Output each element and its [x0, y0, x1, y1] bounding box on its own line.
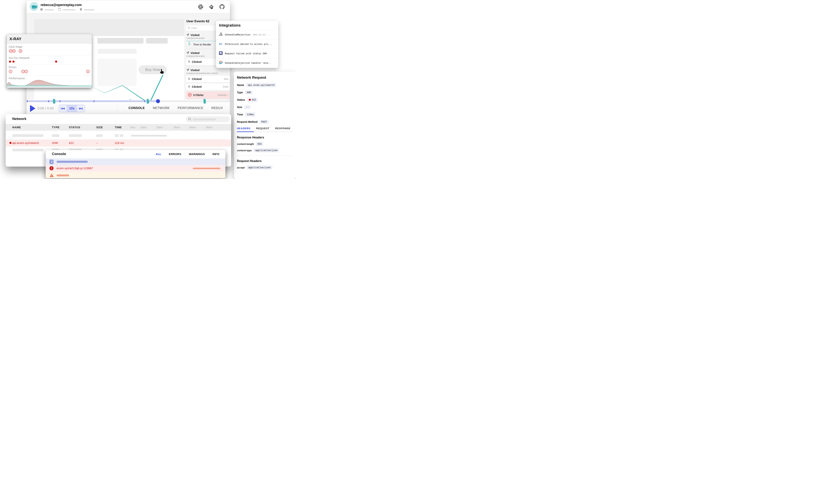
timeline-event-tick[interactable]	[48, 100, 49, 102]
request-field-size: Size--	[237, 105, 293, 110]
request-headers-list: acceptapplication/json	[237, 166, 293, 170]
github-icon[interactable]	[219, 4, 225, 10]
console-info-row[interactable]: i	[46, 158, 225, 165]
integration-message: UnhandledRejection:	[225, 34, 251, 36]
jira-icon[interactable]	[208, 4, 214, 10]
error-marker-icon[interactable]	[24, 70, 28, 74]
integration-row[interactable]: Permission denied to access pro...	[216, 39, 278, 49]
timeline-page-marker[interactable]	[53, 99, 55, 104]
column-header-status[interactable]: STATUS	[69, 126, 80, 129]
rollbar-icon	[219, 42, 223, 47]
error-marker-icon[interactable]	[86, 70, 90, 74]
time-tick-label: 50ms	[206, 126, 213, 129]
tab-redux[interactable]: REDUX	[211, 106, 223, 110]
header-row-accept: acceptapplication/json	[237, 166, 293, 170]
tab-response[interactable]: RESPONSE	[275, 127, 290, 132]
play-button[interactable]	[30, 105, 35, 113]
headers-divider	[237, 155, 293, 156]
network-panel-title: Network	[12, 117, 26, 121]
session-header: rebecca@openreplay.com	[27, 0, 230, 14]
cell-status: 422	[69, 141, 74, 145]
time-tick-label: 30ms	[174, 126, 180, 129]
field-label: Request Method	[237, 120, 258, 123]
skip-amount-label[interactable]: 10s	[67, 105, 77, 112]
paper-plane-icon	[186, 68, 189, 72]
event-visited[interactable]: Visited	[186, 68, 230, 72]
column-header-size[interactable]: SIZE	[96, 126, 103, 129]
integration-row[interactable]: Unhandledrejection handler rece..	[216, 58, 278, 67]
timeline-event-tick[interactable]	[27, 100, 27, 102]
cell-skeleton-bar	[69, 134, 82, 137]
network-row-error[interactable]: api.ecom.xyz/searchXHR422--119 ms	[6, 139, 231, 147]
tab-info[interactable]: INFO	[213, 152, 219, 156]
xray-panel: X-RAY Click Rage 4xx-5xx Network Errors …	[7, 34, 92, 88]
tab-warnings[interactable]: WARNINGS	[189, 152, 205, 156]
skip-forward-button[interactable]	[77, 105, 85, 112]
event-label: Clicked	[192, 60, 202, 63]
cell-skeleton-bar	[119, 134, 124, 137]
column-header-time[interactable]: TIME	[115, 126, 122, 129]
duration-placeholder	[45, 9, 54, 10]
integrations-title: Integrations	[216, 21, 278, 30]
timeline-page-marker[interactable]	[147, 99, 149, 104]
event-clicked[interactable]: ClickedSize	[186, 76, 230, 82]
tab-performance[interactable]: PERFORMANCE	[178, 106, 203, 110]
tab-all[interactable]: ALL	[156, 152, 161, 156]
datadog-icon	[219, 51, 223, 56]
field-label: Type	[237, 91, 243, 94]
network-error-dot[interactable]	[9, 61, 11, 63]
network-search-field[interactable]	[186, 116, 230, 122]
tab-console[interactable]: CONSOLE	[129, 106, 145, 110]
rage-face-icon[interactable]	[19, 49, 22, 54]
error-placeholder-bar	[193, 168, 220, 169]
rage-face-icon[interactable]	[12, 49, 16, 54]
timeline-playhead[interactable]	[156, 99, 160, 103]
value-chip: 642	[256, 142, 263, 146]
timeline-event-tick[interactable]	[145, 100, 145, 102]
column-header-name[interactable]: NAME	[12, 126, 21, 129]
location-placeholder	[84, 9, 94, 10]
error-marker-icon[interactable]	[9, 70, 13, 74]
column-header-type[interactable]: TYPE	[52, 126, 60, 129]
event-label: 3 Clicks	[193, 93, 203, 96]
network-request-panel: Network Request Nameapi.ecom.xyz/searchT…	[234, 72, 296, 179]
tab-request[interactable]: REQUEST	[256, 127, 269, 132]
tab-errors[interactable]: ERRORS	[169, 152, 181, 156]
replay-timeline[interactable]: “	[27, 100, 230, 102]
integration-row[interactable]: UnhandledRejection:Non-Error...	[216, 30, 278, 39]
value-chip: XHR	[245, 90, 253, 94]
network-error-dot[interactable]	[13, 61, 15, 63]
event-rage-clicks[interactable]: 3 ClicksQuantity +	[186, 91, 230, 99]
clock-icon	[40, 8, 43, 12]
console-devtools-panel: Console ALLERRORSWARNINGSINFO i ! ecom.x…	[46, 150, 225, 178]
tab-network[interactable]: NETWORK	[153, 106, 170, 110]
event-clicked[interactable]: ClickedColor	[186, 84, 230, 90]
network-row-skeleton[interactable]	[6, 132, 231, 139]
field-label: Time	[237, 113, 243, 116]
click-rage-markers	[7, 48, 92, 55]
console-title: Console	[52, 152, 66, 156]
location-pin-icon	[80, 8, 82, 12]
timeline-quote-marker[interactable]: “	[130, 98, 131, 102]
timeline-event-tick[interactable]	[60, 100, 60, 102]
info-icon: i	[49, 159, 53, 164]
tab-headers[interactable]: HEADERS	[237, 127, 250, 132]
integration-row[interactable]: Request failed with status 500	[216, 49, 278, 58]
error-source-text: ecom.xyz/a213qh.js:123987	[57, 167, 93, 170]
slack-icon[interactable]	[198, 4, 203, 10]
integration-message-muted: Non-Error...	[254, 34, 270, 36]
paper-plane-icon	[186, 34, 189, 37]
timeline-page-marker[interactable]	[203, 99, 206, 104]
skip-back-button[interactable]	[59, 105, 67, 112]
console-error-row[interactable]: ! ecom.xyz/a213qh.js:123987	[46, 165, 225, 172]
timeline-event-tick[interactable]	[94, 100, 94, 102]
cell-name: api.ecom.xyz/search	[12, 141, 39, 145]
pointer-cursor-icon	[159, 68, 164, 75]
console-warning-row[interactable]	[46, 172, 225, 178]
event-label: Visited	[191, 51, 199, 54]
error-icon: !	[49, 166, 53, 170]
network-error-dot[interactable]	[55, 61, 57, 63]
event-target: Size	[224, 78, 228, 80]
warning-placeholder-bar	[57, 174, 69, 176]
error-markers	[7, 69, 92, 75]
